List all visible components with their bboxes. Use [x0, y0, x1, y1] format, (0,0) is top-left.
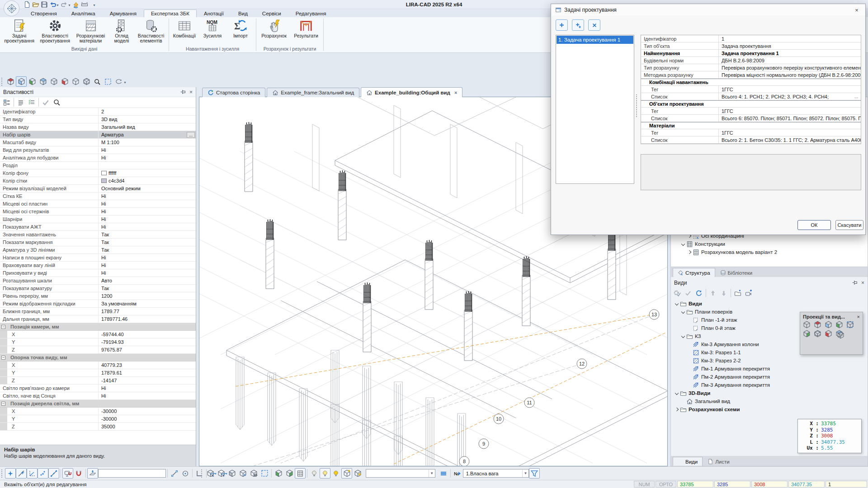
view-right-icon[interactable] [48, 76, 59, 87]
display-shaded-icon[interactable] [226, 468, 237, 479]
view-back-icon[interactable] [70, 76, 81, 87]
close-panel-icon[interactable]: × [189, 89, 193, 95]
property-row[interactable]: − Місцеві осі пластин Ні [0, 200, 196, 208]
model-b-icon[interactable] [284, 468, 295, 479]
dialog-splitter[interactable] [636, 94, 637, 117]
fit-selection-icon[interactable] [103, 76, 113, 87]
add-child-task-button[interactable] [572, 19, 584, 31]
design-properties-button[interactable]: Властивості проектування [37, 18, 73, 43]
chevron-icon[interactable] [681, 310, 685, 314]
tree-item[interactable]: Пм-2 Армування перекриття [673, 373, 868, 381]
ok-button[interactable]: ОК [797, 220, 831, 230]
collapse-icon[interactable]: − [1, 402, 5, 406]
proj-front-icon[interactable] [825, 321, 832, 328]
property-row[interactable]: − Враховувати вагу ліній Ні [0, 262, 196, 269]
collapse-icon[interactable]: − [1, 325, 5, 329]
tree-item[interactable]: 3D-Види [673, 389, 868, 397]
chevron-icon[interactable] [675, 302, 679, 305]
panel-tab[interactable]: Структура [673, 268, 715, 277]
ribbon-tab[interactable]: Редагування [288, 9, 334, 17]
status-cell[interactable]: 3008 [751, 481, 788, 488]
proj-double-icon[interactable] [835, 330, 843, 338]
toolbar-overflow-icon[interactable]: ▼ [123, 81, 127, 84]
property-row[interactable]: − Шарніри Ні [0, 216, 196, 223]
task-property-row[interactable]: − Список Всього 6: 85070. Пілон; 85071. … [641, 115, 861, 122]
status-cell[interactable]: 34077.35 [788, 481, 825, 488]
collapse-icon[interactable]: − [1, 356, 5, 360]
load-number-icon[interactable] [452, 468, 463, 479]
task-property-row[interactable]: − Будівельні норми ДБН В.2.6-98:2009 [641, 57, 861, 64]
tree-item[interactable]: Розрахункові схеми [673, 405, 868, 413]
proj-bottom-icon[interactable] [825, 330, 832, 338]
list-view-icon[interactable] [15, 97, 26, 108]
tree-item[interactable]: Види [673, 300, 868, 308]
property-row[interactable]: − Масштаб виду М 1:100 [0, 139, 196, 146]
import-button[interactable]: Імпорт [226, 18, 255, 38]
calculate-button[interactable]: Розрахунок [258, 18, 290, 38]
property-row[interactable]: − Аналітика для побудови Ні [0, 154, 196, 162]
tree-item[interactable]: Км-3: Разрез 2-2 [673, 357, 868, 365]
property-row[interactable]: − Колір фону ffffff [0, 169, 196, 177]
update-model-icon[interactable] [72, 0, 80, 8]
property-row[interactable]: − Приховувати у виді Ні [0, 269, 196, 277]
property-row[interactable]: − Режим відображення підкладки За умовча… [0, 300, 196, 308]
tab-example-building[interactable]: Example_building:Общий вид× [361, 87, 462, 97]
status-cell[interactable]: 33785 [677, 481, 713, 488]
property-row[interactable]: − Ближня границя, мм 1789.77 [0, 308, 196, 315]
property-row[interactable]: − Позиція камери, мм [0, 323, 196, 331]
property-row[interactable]: − Показати маркування Так [0, 239, 196, 246]
task-property-row[interactable]: − Тег 1ГГС [641, 129, 861, 136]
property-row[interactable]: − Вид для результатів Ні [0, 146, 196, 154]
panel-tab[interactable]: Види [673, 457, 703, 466]
proj-left-icon[interactable] [835, 321, 843, 328]
property-row[interactable]: − Y -30000 [0, 415, 196, 423]
move-up-icon[interactable] [708, 288, 718, 298]
tab-example-frame[interactable]: Example_frame:Загальний вид [267, 88, 359, 97]
proj-iso-icon[interactable] [803, 321, 811, 328]
cancel-button[interactable]: Скасувати [835, 220, 863, 230]
tree-item[interactable]: Пм-3 Армування перекриття [673, 381, 868, 389]
coordinate-input[interactable] [98, 469, 166, 478]
tasks-design-button[interactable]: Задачі проектування [1, 18, 37, 43]
chevron-icon[interactable] [675, 408, 679, 411]
property-row[interactable]: − Z -14147 [0, 377, 196, 385]
model-a-icon[interactable] [273, 468, 284, 479]
apply-check-icon[interactable] [40, 97, 51, 108]
orbit-icon[interactable] [113, 76, 124, 87]
tree-item[interactable]: Конструкции [673, 240, 868, 248]
layers-icon[interactable] [438, 468, 449, 479]
ribbon-tab[interactable]: Сервіси [255, 9, 288, 17]
move-down-icon[interactable] [718, 288, 729, 298]
ellipsis-button[interactable]: ... [853, 94, 860, 99]
task-list-item[interactable]: 1. Задача проектування 1 [557, 36, 633, 44]
status-cell[interactable]: 3285 [714, 481, 750, 488]
toolbar-options-icon[interactable]: ▼ [93, 4, 96, 7]
categorized-view-icon[interactable] [1, 97, 12, 108]
tree-item[interactable]: Загальний вид [673, 397, 868, 405]
property-row[interactable]: − Написи в площині екрану Ні [0, 254, 196, 262]
task-property-row[interactable]: − Список Всього 4: 1. РСН1; 2. РСН2; 3. … [641, 93, 861, 100]
task-property-row[interactable]: − Тип розрахунку Перевірка розрахунковог… [641, 64, 861, 71]
display-edges-icon[interactable] [237, 468, 248, 479]
ribbon-tab[interactable]: Аналітика [64, 9, 103, 17]
magnet-off-icon[interactable] [73, 468, 84, 479]
forces-button[interactable]: Зусилля [198, 18, 226, 38]
task-property-row[interactable]: − Матеріали [641, 122, 861, 129]
model-overview-button[interactable]: Огляд моделі [108, 18, 135, 43]
tab-start-page[interactable]: Стартова сторінка [202, 88, 265, 97]
search-icon[interactable] [51, 97, 62, 108]
lamp-off-icon[interactable] [309, 468, 320, 479]
ribbon-tab[interactable]: Анотації [197, 9, 231, 17]
tree-item[interactable]: Пм-1 Армування перекриття [673, 365, 868, 373]
task-property-row[interactable]: − Список Всього 2: 1. Бетон С30/35: 1. 1… [641, 136, 861, 144]
apply-gear-icon[interactable] [672, 288, 683, 298]
snap-point-icon[interactable] [38, 468, 48, 479]
property-row[interactable]: − Місцеві осі стержнів Ні [0, 208, 196, 216]
chevron-icon[interactable] [681, 242, 685, 246]
magnet-screen-icon[interactable] [62, 468, 73, 479]
results-button[interactable]: Результати [290, 18, 322, 38]
delete-task-button[interactable] [588, 19, 600, 31]
box-light-icon[interactable] [352, 468, 363, 479]
close-panel-icon[interactable]: × [861, 280, 864, 286]
property-row[interactable]: − Набір шарів Арматура... [0, 131, 196, 139]
